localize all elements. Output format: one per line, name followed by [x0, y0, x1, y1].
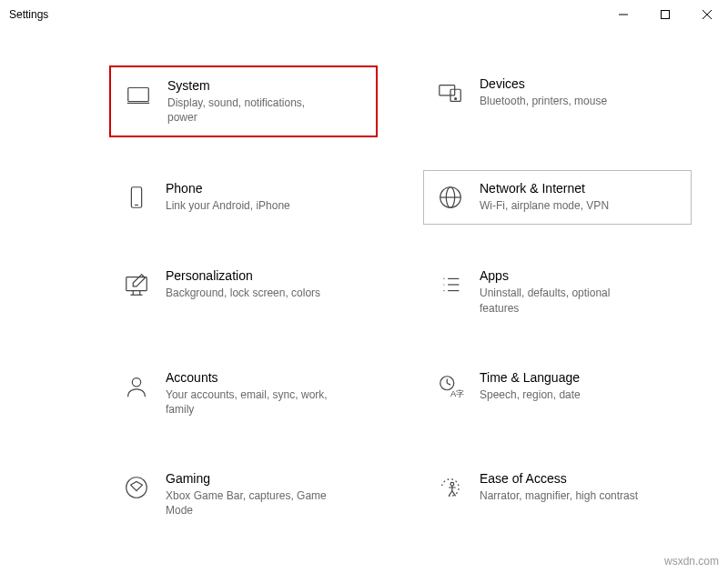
category-title: Accounts: [166, 370, 329, 385]
network-icon: [434, 181, 467, 214]
ease-of-access-icon: [434, 471, 467, 504]
accounts-icon: [120, 370, 153, 403]
svg-line-27: [447, 383, 450, 385]
settings-content: System Display, sound, notifications, po…: [0, 29, 728, 529]
category-desc: Speech, region, date: [480, 387, 581, 402]
svg-rect-1: [662, 11, 670, 19]
category-desc: Xbox Game Bar, captures, Game Mode: [166, 488, 329, 518]
category-text: Ease of Access Narrator, magnifier, high…: [480, 471, 638, 503]
category-personalization[interactable]: Personalization Background, lock screen,…: [109, 257, 378, 326]
category-text: Gaming Xbox Game Bar, captures, Game Mod…: [166, 471, 329, 518]
svg-rect-4: [128, 88, 149, 102]
category-title: Gaming: [166, 471, 329, 486]
system-icon: [122, 78, 155, 111]
window-controls: [602, 0, 728, 29]
apps-icon: [434, 268, 467, 301]
watermark: wsxdn.com: [664, 555, 719, 568]
category-desc: Your accounts, email, sync, work, family: [166, 387, 329, 417]
category-network[interactable]: Network & Internet Wi-Fi, airplane mode,…: [423, 170, 692, 225]
category-title: Ease of Access: [480, 471, 638, 486]
svg-point-24: [132, 377, 140, 386]
personalization-icon: [120, 268, 153, 301]
category-text: Personalization Background, lock screen,…: [166, 268, 320, 300]
svg-point-8: [455, 98, 457, 100]
category-text: Time & Language Speech, region, date: [480, 370, 581, 402]
category-desc: Narrator, magnifier, high contrast: [480, 488, 638, 503]
category-title: Devices: [480, 76, 607, 91]
category-ease-of-access[interactable]: Ease of Access Narrator, magnifier, high…: [423, 460, 692, 528]
category-title: Network & Internet: [480, 181, 609, 196]
category-desc: Display, sound, notifications, power: [167, 96, 331, 125]
titlebar: Settings: [0, 0, 728, 29]
category-title: Apps: [480, 268, 643, 283]
category-desc: Background, lock screen, colors: [166, 286, 320, 300]
category-title: Personalization: [166, 268, 320, 283]
category-desc: Wi-Fi, airplane mode, VPN: [480, 198, 609, 213]
category-accounts[interactable]: Accounts Your accounts, email, sync, wor…: [109, 359, 378, 427]
category-grid: System Display, sound, notifications, po…: [109, 65, 692, 529]
phone-icon: [120, 181, 153, 214]
window-title: Settings: [9, 8, 48, 21]
category-desc: Uninstall, defaults, optional features: [480, 286, 643, 315]
minimize-icon: [619, 10, 628, 19]
minimize-button[interactable]: [602, 0, 644, 29]
category-title: System: [167, 78, 331, 93]
category-text: Accounts Your accounts, email, sync, wor…: [166, 370, 329, 417]
maximize-button[interactable]: [644, 0, 686, 29]
svg-rect-6: [440, 85, 455, 96]
devices-icon: [434, 76, 467, 109]
category-apps[interactable]: Apps Uninstall, defaults, optional featu…: [423, 257, 692, 326]
category-time[interactable]: A字 Time & Language Speech, region, date: [423, 359, 692, 427]
category-devices[interactable]: Devices Bluetooth, printers, mouse: [423, 65, 692, 137]
category-gaming[interactable]: Gaming Xbox Game Bar, captures, Game Mod…: [109, 460, 378, 528]
gaming-icon: [120, 471, 153, 504]
category-desc: Bluetooth, printers, mouse: [480, 94, 607, 108]
category-title: Phone: [166, 181, 290, 196]
close-icon: [703, 10, 712, 19]
svg-point-29: [126, 478, 147, 498]
category-phone[interactable]: Phone Link your Android, iPhone: [109, 170, 378, 225]
close-button[interactable]: [686, 0, 728, 29]
time-language-icon: A字: [434, 370, 467, 403]
category-text: Devices Bluetooth, printers, mouse: [480, 76, 607, 108]
category-text: Network & Internet Wi-Fi, airplane mode,…: [480, 181, 609, 213]
category-system[interactable]: System Display, sound, notifications, po…: [109, 65, 378, 137]
svg-text:A字: A字: [450, 389, 464, 398]
svg-point-30: [450, 483, 454, 487]
category-text: System Display, sound, notifications, po…: [167, 78, 331, 125]
maximize-icon: [661, 10, 670, 19]
category-text: Apps Uninstall, defaults, optional featu…: [480, 268, 643, 315]
category-title: Time & Language: [480, 370, 581, 385]
category-text: Phone Link your Android, iPhone: [166, 181, 290, 213]
category-desc: Link your Android, iPhone: [166, 198, 290, 213]
